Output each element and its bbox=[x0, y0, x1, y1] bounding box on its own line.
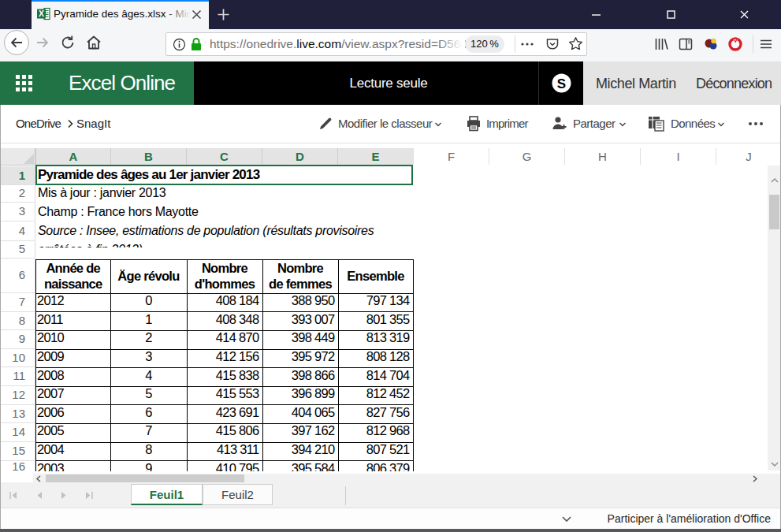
svg-text:X: X bbox=[39, 9, 44, 18]
svg-text:S: S bbox=[557, 76, 566, 91]
